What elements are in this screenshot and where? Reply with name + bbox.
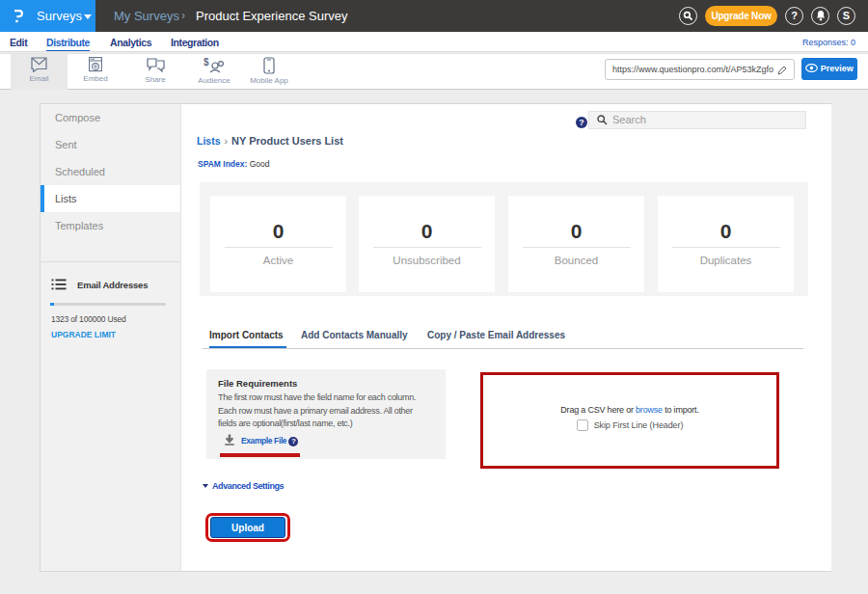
svg-text:$: $ <box>203 57 209 68</box>
